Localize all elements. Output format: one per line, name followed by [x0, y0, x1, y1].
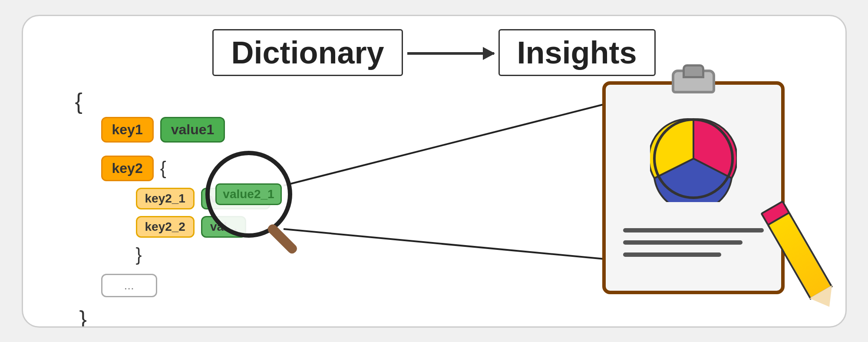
magnifier-handle	[266, 222, 299, 256]
dict-row1: key1 value1	[101, 117, 336, 143]
key2-2-badge: key2_2	[136, 216, 195, 238]
clipboard-body	[602, 81, 785, 294]
pie-chart-area	[650, 115, 737, 204]
clipboard-illustration	[594, 60, 811, 307]
dictionary-label: Dictionary	[212, 29, 403, 76]
key1-badge: key1	[101, 117, 154, 143]
brace-inline-open: {	[160, 158, 166, 179]
ellipsis-box: ...	[101, 274, 157, 297]
magnifier: value2_1	[205, 151, 318, 264]
clipboard-clip	[672, 70, 715, 93]
value1-badge: value1	[160, 117, 225, 143]
magnifier-zoom-value: value2_1	[215, 183, 281, 205]
text-line-3	[623, 252, 722, 257]
arrow-right-icon	[407, 52, 494, 55]
text-line-2	[623, 240, 743, 245]
key2-badge: key2	[101, 156, 154, 181]
magnifier-circle: value2_1	[205, 151, 292, 238]
main-container: Dictionary Insights { key1 value1 key2 {…	[22, 15, 847, 328]
key2-1-badge: key2_1	[136, 188, 195, 209]
text-lines	[623, 228, 764, 265]
brace-close-outer: }	[79, 306, 336, 328]
brace-open: {	[75, 90, 336, 113]
text-line-1	[623, 228, 764, 232]
pie-chart	[650, 115, 737, 202]
